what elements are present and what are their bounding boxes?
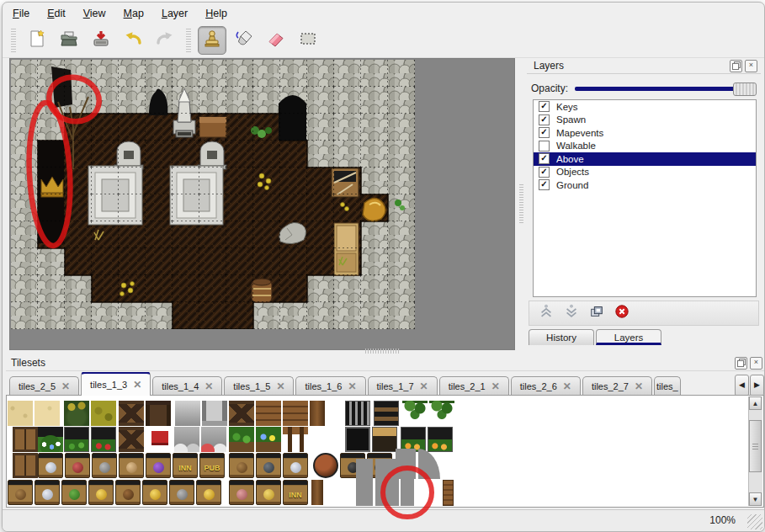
tileset-tile-sign[interactable]: PUB — [199, 453, 225, 478]
tileset-tile-sign[interactable] — [142, 480, 167, 505]
float-panel-icon[interactable] — [730, 60, 742, 72]
close-tab-icon[interactable]: ✕ — [205, 380, 213, 392]
tileset-tile-gray-sq[interactable] — [401, 470, 414, 506]
tileset-tile-sign[interactable] — [35, 480, 60, 505]
close-tab-icon[interactable]: ✕ — [61, 380, 70, 392]
tileset-tile-bush-yellow[interactable] — [91, 401, 116, 426]
menu-map[interactable]: Map — [124, 8, 144, 19]
layer-visibility-checkbox[interactable] — [539, 141, 550, 152]
tileset-tab-tiles_2_1[interactable]: tiles_2_1✕ — [439, 376, 509, 396]
tileset-tile-sign[interactable] — [115, 480, 141, 505]
tileset-tile-post[interactable] — [443, 480, 454, 506]
open-button[interactable] — [55, 26, 83, 55]
tileset-tab-tiles[interactable]: tiles_ — [654, 376, 681, 396]
map-canvas[interactable] — [9, 58, 515, 350]
layer-row-mapevents[interactable]: ✓Mapevents — [534, 126, 756, 140]
menu-layer[interactable]: Layer — [162, 8, 188, 19]
tileset-tile-shield-round[interactable] — [313, 453, 338, 478]
layer-row-walkable[interactable]: Walkable — [534, 140, 756, 153]
tileset-tile-hang-plant[interactable] — [429, 401, 454, 426]
tileset-tile-beam-post[interactable] — [146, 401, 171, 426]
horizontal-splitter[interactable] — [365, 348, 401, 354]
tileset-scrollbar[interactable]: ▲ ▼ — [748, 396, 762, 506]
tileset-tile-sign[interactable] — [119, 453, 144, 478]
splitter-grip[interactable] — [519, 183, 523, 223]
tileset-tile-gray-sq[interactable] — [356, 459, 373, 506]
close-tab-icon[interactable]: ✕ — [276, 380, 284, 392]
tileset-tile-balcony[interactable] — [283, 401, 308, 426]
menu-edit[interactable]: Edit — [47, 8, 66, 19]
layer-row-objects[interactable]: ✓Objects — [534, 166, 756, 179]
delete-layer-button[interactable] — [614, 305, 630, 322]
tileset-tile-sign[interactable]: INN — [173, 453, 198, 478]
tileset-tile-win-dark[interactable] — [345, 427, 370, 452]
stamp-tool-button[interactable] — [198, 26, 226, 55]
tileset-tile-shutters[interactable] — [13, 427, 38, 452]
lower-layer-button[interactable] — [563, 305, 580, 322]
tileset-tile-sign[interactable] — [92, 453, 117, 478]
close-panel-icon[interactable]: × — [750, 357, 762, 370]
tileset-tile-mailbox[interactable] — [147, 427, 173, 452]
menu-help[interactable]: Help — [205, 8, 227, 19]
tileset-tile-awning-tan[interactable] — [372, 427, 397, 452]
opacity-slider[interactable] — [575, 82, 757, 95]
vertical-splitter[interactable] — [517, 58, 526, 348]
tileset-tile-sand2[interactable] — [35, 401, 60, 426]
dock-tab-layers[interactable]: Layers — [596, 329, 661, 345]
tileset-tile-beam-x[interactable] — [119, 427, 144, 452]
tileset-tab-tiles_2_7[interactable]: tiles_2_7✕ — [582, 376, 652, 396]
tileset-palette[interactable]: INNPUBINN ▲ ▼ — [6, 395, 764, 508]
toolbar-grip[interactable] — [11, 29, 16, 52]
tileset-tab-tiles_2_5[interactable]: tiles_2_5✕ — [9, 376, 79, 396]
menu-view[interactable]: View — [83, 8, 106, 19]
layer-visibility-checkbox[interactable]: ✓ — [539, 179, 550, 190]
tileset-tile-beam-x[interactable] — [229, 401, 254, 426]
raise-layer-button[interactable] — [538, 305, 555, 322]
tileset-tile-gray-sq[interactable] — [375, 459, 399, 506]
undo-button[interactable] — [119, 26, 147, 55]
tileset-tile-bench-leg[interactable] — [283, 427, 308, 452]
new-file-button[interactable] — [23, 26, 51, 55]
layer-visibility-checkbox[interactable]: ✓ — [539, 127, 550, 138]
fill-tool-button[interactable] — [230, 26, 258, 55]
tileset-tile-sign[interactable] — [88, 480, 114, 505]
tab-scroll-right-button[interactable]: ▶ — [750, 375, 764, 396]
opacity-slider-track[interactable] — [575, 87, 753, 91]
save-button[interactable] — [87, 26, 115, 55]
tileset-tile-sign[interactable] — [61, 480, 87, 505]
duplicate-layer-button[interactable] — [588, 305, 605, 322]
float-panel-icon[interactable] — [735, 357, 747, 370]
layer-visibility-checkbox[interactable]: ✓ — [539, 101, 550, 112]
tileset-tile-win-flower-red[interactable] — [91, 427, 116, 452]
layer-row-keys[interactable]: ✓Keys — [534, 100, 756, 114]
layer-visibility-checkbox[interactable]: ✓ — [539, 167, 550, 178]
tileset-tile-gray-corner[interactable] — [418, 449, 440, 479]
tileset-tile-gray-grad[interactable] — [175, 401, 200, 426]
tileset-tile-sign-hang[interactable] — [283, 453, 308, 478]
tab-scroll-left-button[interactable]: ◀ — [735, 375, 749, 396]
close-panel-icon[interactable]: × — [745, 60, 757, 72]
tileset-tile-hang-plant[interactable] — [402, 401, 428, 426]
opacity-slider-handle[interactable] — [733, 82, 757, 96]
tileset-tab-tiles_1_6[interactable]: tiles_1_6✕ — [295, 376, 365, 396]
close-tab-icon[interactable]: ✕ — [635, 380, 643, 392]
tileset-tile-sign[interactable] — [38, 453, 63, 478]
menu-file[interactable]: File — [13, 8, 29, 19]
close-tab-icon[interactable]: ✕ — [348, 380, 356, 392]
scrollbar-thumb[interactable] — [749, 420, 762, 472]
tileset-tile-win-bars[interactable] — [345, 401, 370, 426]
layer-row-ground[interactable]: ✓Ground — [534, 178, 756, 192]
tileset-tile-flowerbox-green[interactable] — [229, 427, 254, 452]
toolbar-grip[interactable] — [186, 29, 191, 52]
tileset-tile-awning-gray[interactable] — [174, 427, 199, 452]
tileset-tile-sand[interactable] — [8, 401, 33, 426]
tileset-tab-tiles_1_5[interactable]: tiles_1_5✕ — [224, 376, 294, 396]
layer-row-spawn[interactable]: ✓Spawn — [534, 114, 756, 127]
close-tab-icon[interactable]: ✕ — [133, 379, 141, 391]
tileset-tile-balcony[interactable] — [256, 401, 281, 426]
layer-visibility-checkbox[interactable]: ✓ — [539, 114, 550, 125]
tileset-tile-sign[interactable] — [8, 480, 33, 505]
scroll-down-button[interactable]: ▼ — [749, 492, 762, 506]
layer-visibility-checkbox[interactable]: ✓ — [539, 153, 550, 164]
tileset-tile-sign[interactable] — [65, 453, 90, 478]
